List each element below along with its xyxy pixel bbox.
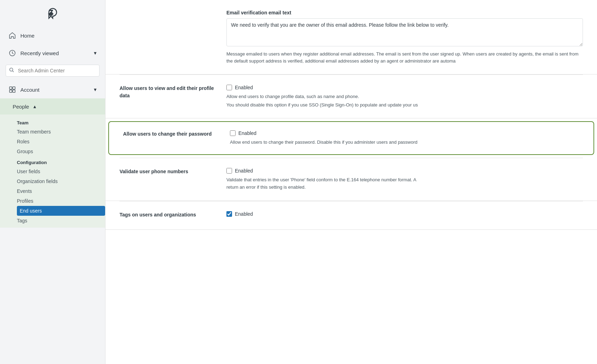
email-verification-description: Message emailed to users when they regis… (226, 51, 583, 64)
svg-rect-6 (13, 90, 15, 92)
validate-phone-section: Validate user phone numbers Enabled Vali… (105, 158, 597, 201)
highlighted-wrapper: Allow users to change their password Ena… (105, 118, 597, 158)
validate-phone-label: Validate user phone numbers (120, 168, 218, 175)
sidebar: ʑ Home Recently viewed ▾ (0, 0, 105, 364)
search-area (0, 62, 105, 81)
allow-change-password-section: Allow users to change their password Ena… (108, 121, 594, 155)
validate-phone-content: Enabled Validate that entries in the use… (226, 168, 583, 191)
people-section: People ▴ Team Team members Roles Groups … (0, 98, 105, 228)
tags-section: Tags on users and organizations Enabled (105, 201, 597, 230)
zendesk-logo-icon: ʑ (44, 7, 61, 20)
tags-checkbox[interactable] (226, 211, 232, 217)
recently-viewed-chevron: ▾ (94, 50, 97, 56)
allow-change-password-checkbox[interactable] (230, 130, 236, 136)
email-verification-textarea[interactable]: We need to verify that you are the owner… (226, 18, 583, 46)
allow-view-edit-label: Allow users to view and edit their profi… (120, 85, 218, 99)
allow-view-edit-checkbox-label: Enabled (235, 85, 253, 90)
search-icon (9, 67, 14, 74)
allow-change-password-content: Enabled Allow end users to change their … (230, 130, 579, 146)
allow-view-edit-section: Allow users to view and edit their profi… (105, 75, 597, 118)
allow-change-password-checkbox-row: Enabled (230, 130, 579, 136)
email-verification-label: Email verification email text (226, 10, 583, 15)
main-content: Email verification email text We need to… (105, 0, 597, 364)
validate-phone-checkbox-label: Enabled (235, 168, 253, 174)
tags-content: Enabled (226, 211, 583, 220)
svg-rect-5 (9, 90, 12, 92)
allow-change-password-label: Allow users to change their password (123, 130, 222, 138)
sidebar-item-events[interactable]: Events (17, 186, 105, 196)
email-verification-content: Email verification email text We need to… (226, 10, 583, 64)
sidebar-item-team-members[interactable]: Team members (17, 127, 105, 137)
account-icon (8, 86, 16, 93)
sidebar-item-account[interactable]: Account ▾ (0, 81, 105, 98)
sidebar-item-end-users[interactable]: End users (17, 206, 105, 216)
tags-label: Tags on users and organizations (120, 211, 218, 219)
home-icon (8, 32, 16, 39)
validate-phone-desc1: Validate that entries in the user 'Phone… (226, 176, 583, 183)
sidebar-item-groups[interactable]: Groups (17, 147, 105, 156)
sidebar-item-user-fields[interactable]: User fields (17, 167, 105, 176)
sidebar-item-home[interactable]: Home (0, 27, 105, 44)
sidebar-item-profiles[interactable]: Profiles (17, 196, 105, 206)
sidebar-item-org-fields[interactable]: Organization fields (17, 176, 105, 186)
sidebar-item-people[interactable]: People ▴ (0, 98, 105, 115)
validate-phone-checkbox-row: Enabled (226, 168, 583, 174)
sidebar-item-tags[interactable]: Tags (17, 216, 105, 226)
svg-text:ʑ: ʑ (49, 7, 53, 17)
logo-area: ʑ (0, 0, 105, 27)
clock-icon (8, 49, 16, 57)
allow-change-password-checkbox-label: Enabled (238, 130, 256, 136)
search-input[interactable] (6, 65, 100, 77)
svg-rect-4 (13, 87, 15, 89)
allow-view-edit-desc2: You should disable this option if you us… (226, 102, 583, 109)
tags-checkbox-row: Enabled (226, 211, 583, 217)
allow-view-edit-checkbox[interactable] (226, 85, 232, 90)
account-label: Account (20, 87, 90, 93)
sidebar-item-roles[interactable]: Roles (17, 137, 105, 147)
tags-checkbox-label: Enabled (235, 211, 253, 217)
people-sub-menu: Team Team members Roles Groups Configura… (0, 115, 105, 228)
validate-phone-checkbox[interactable] (226, 168, 232, 174)
home-label: Home (20, 33, 97, 39)
allow-view-edit-content: Enabled Allow end users to change profil… (226, 85, 583, 108)
team-heading: Team (17, 117, 105, 127)
allow-change-password-desc: Allow end users to change their password… (230, 139, 579, 146)
config-heading: Configuration (17, 156, 105, 167)
people-chevron: ▴ (33, 103, 36, 110)
people-label: People (13, 104, 29, 110)
email-verification-section: Email verification email text We need to… (105, 0, 597, 74)
recently-viewed-label: Recently viewed (20, 50, 90, 56)
svg-rect-3 (9, 87, 12, 89)
sidebar-item-recently-viewed[interactable]: Recently viewed ▾ (0, 44, 105, 62)
allow-view-edit-checkbox-row: Enabled (226, 85, 583, 90)
account-chevron: ▾ (94, 86, 97, 93)
validate-phone-desc2: return an error if this setting is enabl… (226, 184, 583, 191)
allow-view-edit-desc1: Allow end users to change profile data, … (226, 93, 583, 100)
